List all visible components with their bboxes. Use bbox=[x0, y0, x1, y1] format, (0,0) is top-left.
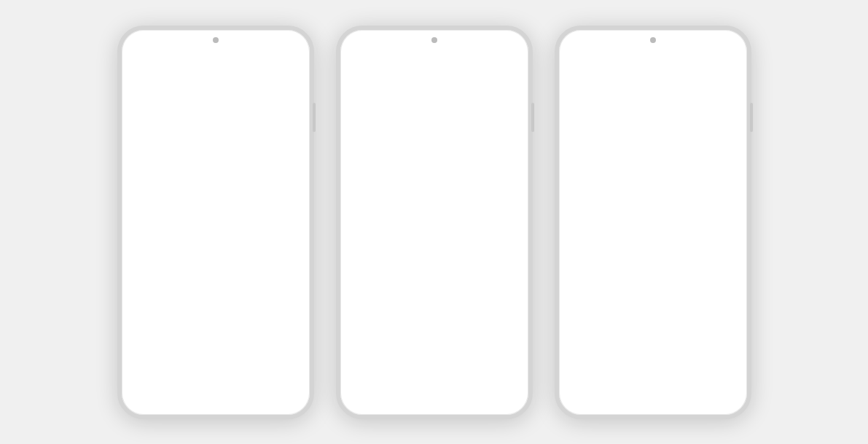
tab-status-1[interactable]: ✏️ Status bbox=[125, 79, 184, 90]
modal-name-value: Graham Paterson bbox=[364, 173, 407, 178]
friend-activity-text-1: Laine Fast, Chris Burns, Nicole Gregory … bbox=[128, 96, 301, 101]
ad-footer-url-1: www.jaspersboutique.com bbox=[128, 220, 241, 225]
like-icon-3: 👍 bbox=[593, 330, 598, 335]
modal-field-email: graham@grahamscafe.com ✏ bbox=[364, 183, 504, 198]
success-url-3: Visit www.jaspersboutique.com bbox=[590, 206, 716, 211]
phone-screen-2: ▲ 11:02 AM 🔍 Search ≡ bbox=[342, 46, 527, 399]
friend-activity-1: Laine Fast, Chris Burns, Nicole Gregory … bbox=[123, 93, 308, 106]
signal-dots: ▲ bbox=[130, 50, 159, 55]
bottom-person-2: Tim O'Hara bbox=[355, 351, 394, 364]
tab-checkin-label-1: Check In bbox=[272, 82, 291, 87]
ad-footer-wrapper: Jasper's Boutique: Explore the latest in… bbox=[123, 212, 308, 227]
ad-text-1: We offer a wide range of home goods from… bbox=[123, 131, 308, 147]
modal-email-value: graham@grahamscafe.com bbox=[364, 187, 427, 192]
tab-photo-1[interactable]: 📷 Photo bbox=[186, 79, 245, 90]
success-title-3: Success bbox=[590, 168, 716, 176]
success-actions: 👍 Like 💬 Comment ↗ Share bbox=[574, 327, 732, 338]
modal-content: ✕ J Furniture Collections: Modern design… bbox=[348, 66, 521, 293]
ad-name-1: Jasper's Boutique bbox=[147, 114, 292, 120]
submit-button[interactable]: Submit bbox=[468, 250, 510, 292]
nav-icon-1[interactable]: ≡ bbox=[298, 64, 302, 71]
phones-container: ▲ 11:02 AM 🔍 Search ≡ bbox=[103, 11, 766, 434]
modal-link-2[interactable]: View Jasper's Boutique's Priv... bbox=[407, 213, 462, 217]
mini-avatar-2 bbox=[355, 351, 368, 364]
cancel-button-2[interactable]: Cancel bbox=[364, 228, 383, 235]
modal-field-name: Graham Paterson ✏ bbox=[364, 168, 504, 183]
search-icon-1: 🔍 bbox=[133, 65, 140, 71]
modal-overlay-2: ✕ J Furniture Collections: Modern design… bbox=[348, 66, 521, 378]
comment-icon-1: 💬 bbox=[249, 245, 254, 250]
checkin-icon-1: 📍 bbox=[264, 81, 270, 87]
search-placeholder-1: Search bbox=[142, 65, 158, 70]
wifi-icon-3: ▲ bbox=[592, 50, 596, 55]
phone-3: ▲ 11:02 AM 🔍 Search ≡ bbox=[555, 26, 751, 419]
chevron-down-icon-1: ▾ bbox=[301, 96, 304, 102]
success-box-3: ✕ ✓ Success Your information has been se… bbox=[581, 96, 725, 227]
tab-checkin-1[interactable]: 📍 Check In bbox=[248, 79, 307, 90]
mini-avatar-3 bbox=[578, 340, 591, 354]
edit-name-icon[interactable]: ✏ bbox=[499, 172, 504, 179]
ad-info-1: Jasper's Boutique Sponsored · 🌐 bbox=[147, 114, 292, 124]
phone-2: ▲ 11:02 AM 🔍 Search ≡ bbox=[336, 26, 533, 419]
mini-name-2: Tim O'Hara bbox=[371, 355, 394, 359]
bottom-person-3: Tim O'Hara bbox=[574, 338, 732, 357]
status-icon-1: ✏️ bbox=[143, 81, 149, 87]
feed-area-1: Laine Fast, Chris Burns, Nicole Gregory … bbox=[123, 93, 308, 399]
time-3: 11:02 AM bbox=[649, 49, 675, 55]
phone-screen-3: ▲ 11:02 AM 🔍 Search ≡ bbox=[560, 46, 746, 399]
mini-name-1: Tim O'Hara bbox=[144, 262, 167, 267]
phone-1: ▲ 11:02 AM 🔍 Search ≡ bbox=[117, 26, 314, 419]
mini-avatar-1 bbox=[128, 258, 141, 271]
modal-box-2: ✕ J Furniture Collections: Modern design… bbox=[355, 96, 514, 244]
status-bar-3: ▲ 11:02 AM bbox=[560, 46, 746, 59]
bottom-person-1: Tim O'Hara bbox=[123, 255, 308, 274]
subscribe-btn-container: Subscribe bbox=[270, 198, 308, 242]
like-button-1[interactable]: 👍 Like bbox=[123, 245, 216, 250]
modal-title-2: Furniture Collections: Modern designs fo… bbox=[364, 147, 504, 162]
time-1: 11:02 AM bbox=[212, 49, 238, 55]
share-button-3[interactable]: ↗ Share bbox=[679, 330, 732, 335]
battery-1 bbox=[291, 50, 301, 55]
signal-dots-2: ▲ bbox=[349, 50, 378, 55]
modal-logo-2: J bbox=[421, 115, 447, 141]
ad-image-cell-1 bbox=[123, 147, 216, 212]
comment-button-3[interactable]: 💬 Comment bbox=[626, 330, 679, 335]
phone-screen-1: ▲ 11:02 AM 🔍 Search ≡ bbox=[123, 46, 308, 399]
wifi-icon-2: ▲ bbox=[373, 50, 378, 55]
photo-icon-1: 📷 bbox=[206, 81, 212, 87]
tab-photo-label-1: Photo bbox=[214, 82, 226, 87]
success-close-3[interactable]: ✕ bbox=[590, 111, 716, 118]
tab-status-label-1: Status bbox=[151, 82, 164, 87]
mini-name-3: Tim O'Hara bbox=[594, 345, 617, 349]
submit-btn-wrapper: Submit bbox=[348, 250, 521, 292]
success-action-bar: 👍 Like 💬 Comment ↗ Share bbox=[574, 327, 732, 357]
share-icon-3: ↗ bbox=[697, 330, 701, 335]
signal-dots-3: ▲ bbox=[568, 50, 596, 55]
search-box-1[interactable]: 🔍 Search bbox=[129, 63, 296, 72]
ad-sponsored-1: Sponsored · 🌐 bbox=[147, 120, 292, 124]
ad-footer-title-1: Jasper's Boutique: Explore the latest in… bbox=[128, 215, 241, 220]
ad-header-1: J Jasper's Boutique Sponsored · 🌐 👍 bbox=[123, 109, 308, 131]
like-button-3[interactable]: 👍 Like bbox=[574, 330, 627, 335]
wifi-icon: ▲ bbox=[155, 50, 159, 55]
like-icon-1: 👍 bbox=[162, 245, 167, 250]
fb-navbar-1: 🔍 Search ≡ bbox=[123, 59, 308, 77]
battery-3 bbox=[728, 50, 738, 55]
success-checkmark-icon: ✓ bbox=[637, 129, 669, 161]
ad-avatar-1: J bbox=[128, 112, 144, 128]
modal-disclaimer-2: This information is not shared on your p… bbox=[364, 202, 504, 219]
status-bar-1: ▲ 11:02 AM bbox=[123, 46, 308, 59]
ad-card-1: J Jasper's Boutique Sponsored · 🌐 👍 We o… bbox=[123, 109, 308, 253]
thumbs-up-icon-1: 👍 bbox=[296, 116, 304, 123]
modal-close-2[interactable]: ✕ bbox=[364, 104, 504, 111]
status-bar-2: ▲ 11:02 AM bbox=[342, 46, 527, 59]
modal-actions-2: Cancel bbox=[364, 223, 504, 235]
comment-icon-3: 💬 bbox=[640, 330, 645, 335]
post-tabs-1: ✏️ Status 📷 Photo 📍 Check In bbox=[123, 77, 308, 93]
success-content: ✕ ✓ Success Your information has been se… bbox=[566, 66, 740, 234]
battery-2 bbox=[509, 50, 520, 55]
success-subtitle-3: Your information has been sent bbox=[590, 179, 716, 184]
success-overlay-3: ✕ ✓ Success Your information has been se… bbox=[566, 66, 740, 378]
time-2: 11:02 AM bbox=[431, 49, 456, 55]
edit-email-icon[interactable]: ✏ bbox=[499, 187, 504, 193]
